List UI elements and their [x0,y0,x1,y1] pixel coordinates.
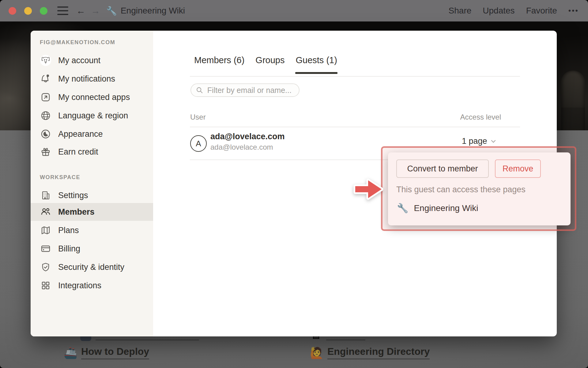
sidebar-item-settings[interactable]: Settings [31,186,153,204]
sidebar-item-my-account[interactable]: My account [31,52,153,69]
screen: 🖥 🚢 How to Deploy 🙋 Engineering Director… [0,0,588,368]
page-link-engineering-directory[interactable]: 🙋 Engineering Directory [310,346,430,359]
page-title[interactable]: Engineering Wiki [121,6,185,16]
sidebar-item-label: Security & identity [58,263,124,272]
sidebar-item-label: My connected apps [58,93,130,102]
workspace-section-label: WORKSPACE [40,174,80,181]
wrench-icon: 🔧 [397,203,408,213]
person-raising-hand-icon: 🙋 [310,347,324,359]
back-arrow-icon[interactable]: ← [76,6,85,15]
updates-button[interactable]: Updates [483,6,514,16]
credit-card-icon [40,243,51,255]
sidebar-item-members[interactable]: Members [31,203,153,221]
grid-icon [40,280,51,291]
table-header-divider [190,127,520,127]
accessible-page-title: Engineering Wiki [414,203,478,213]
zoom-window-button[interactable] [40,7,47,15]
account-section-label: FIG@MAKENOTION.COM [40,39,115,46]
remove-guest-button[interactable]: Remove [495,159,541,178]
sidebar-item-label: Plans [58,226,79,235]
sidebar-item-label: Settings [58,191,88,200]
wrench-icon: 🔧 [106,6,117,16]
column-header-access-level: Access level [458,113,501,121]
cutoff-link-underline-left [96,339,199,340]
sidebar-item-earn-credit[interactable]: Earn credit [31,143,153,161]
sidebar-item-label: Members [58,207,95,217]
window-titlebar: ← → 🔧 Engineering Wiki Share Updates Fav… [0,0,588,21]
map-icon [40,224,51,236]
arrow-up-right-square-icon [40,91,51,103]
minimize-window-button[interactable] [24,7,32,15]
guest-email: ada@lovelace.com [210,143,273,151]
tabs-divider [190,76,520,77]
account-avatar-doodle-icon [40,55,51,66]
shield-check-icon [40,261,51,273]
sidebar-item-appearance[interactable]: Appearance [31,125,153,143]
cutoff-link-underline-right [326,339,365,340]
page-link-label: How to Deploy [81,346,149,359]
tab-guests[interactable]: Guests (1) [296,55,337,74]
ship-icon: 🚢 [64,347,77,359]
convert-to-member-button[interactable]: Convert to member [396,159,489,178]
globe-icon [40,110,51,121]
tab-groups[interactable]: Groups [255,55,285,74]
search-input[interactable] [207,86,294,95]
sidebar-item-label: Language & region [58,111,128,121]
sidebar-item-billing[interactable]: Billing [31,240,153,258]
gift-icon [40,146,51,158]
settings-sidebar: FIG@MAKENOTION.COM My account [31,31,153,336]
access-level-value: 1 page [462,136,487,146]
sidebar-item-my-notifications[interactable]: My notifications [31,70,153,88]
sidebar-item-language-region[interactable]: Language & region [31,107,153,125]
sidebar-item-label: Earn credit [58,147,98,157]
sidebar-item-label: My notifications [58,74,115,84]
moon-icon [40,128,51,140]
more-options-button[interactable]: ••• [568,6,579,15]
sidebar-item-plans[interactable]: Plans [31,221,153,239]
guest-filter-search[interactable] [190,83,300,97]
bell-icon [40,73,51,85]
traffic-lights [9,7,47,15]
access-level-dropdown[interactable]: 1 page [462,136,496,146]
page-link-label: Engineering Directory [327,346,430,359]
members-tabs: Members (6) Groups Guests (1) [194,55,337,74]
accessible-page-engineering-wiki[interactable]: 🔧 Engineering Wiki [397,203,478,213]
tab-members[interactable]: Members (6) [194,55,244,74]
sidebar-toggle-icon[interactable] [57,6,68,15]
sidebar-item-my-connected-apps[interactable]: My connected apps [31,88,153,106]
share-button[interactable]: Share [449,6,472,16]
forward-arrow-icon[interactable]: → [91,6,100,15]
page-link-how-to-deploy[interactable]: 🚢 How to Deploy [64,346,149,359]
sidebar-item-label: My account [58,56,100,65]
guest-actions-popup: Convert to member Remove This guest can … [388,152,571,225]
guest-avatar: A [190,135,207,152]
search-icon [196,86,203,94]
people-icon [40,206,51,218]
sidebar-item-security-identity[interactable]: Security & identity [31,258,153,276]
sidebar-item-label: Billing [58,244,80,254]
sidebar-item-label: Integrations [58,281,101,290]
sidebar-item-integrations[interactable]: Integrations [31,277,153,294]
building-icon [40,190,51,201]
guest-name: ada@lovelace.com [210,132,285,141]
chevron-down-icon [490,138,496,144]
guest-access-description: This guest can access these pages [396,185,526,194]
close-window-button[interactable] [9,7,16,15]
favorite-button[interactable]: Favorite [526,6,557,16]
column-header-user: User [190,113,206,121]
sidebar-item-label: Appearance [58,129,103,139]
